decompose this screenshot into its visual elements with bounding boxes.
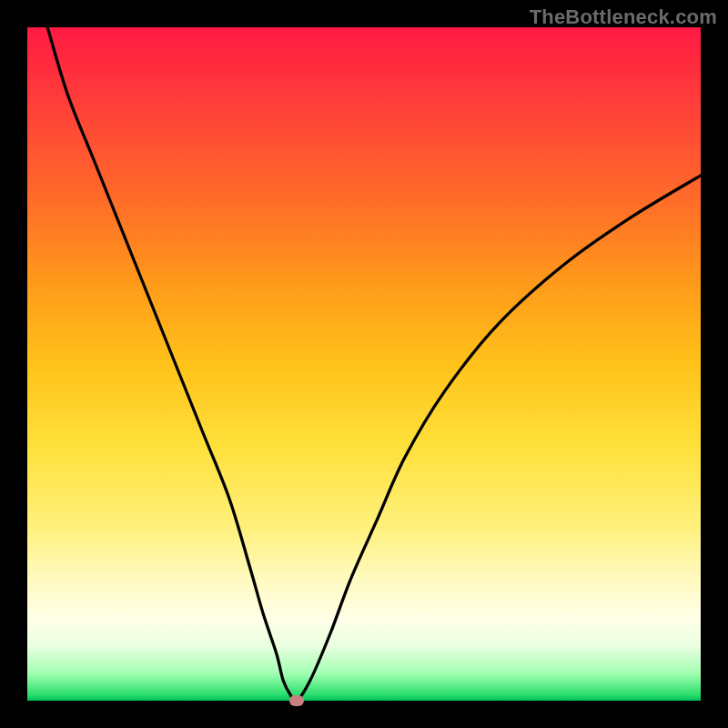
bottleneck-curve-path [47, 27, 701, 702]
watermark-text: TheBottleneck.com [530, 5, 717, 29]
curve-svg [27, 27, 701, 701]
optimum-marker [289, 695, 304, 706]
chart-frame: TheBottleneck.com [0, 0, 728, 728]
plot-area [27, 27, 701, 701]
